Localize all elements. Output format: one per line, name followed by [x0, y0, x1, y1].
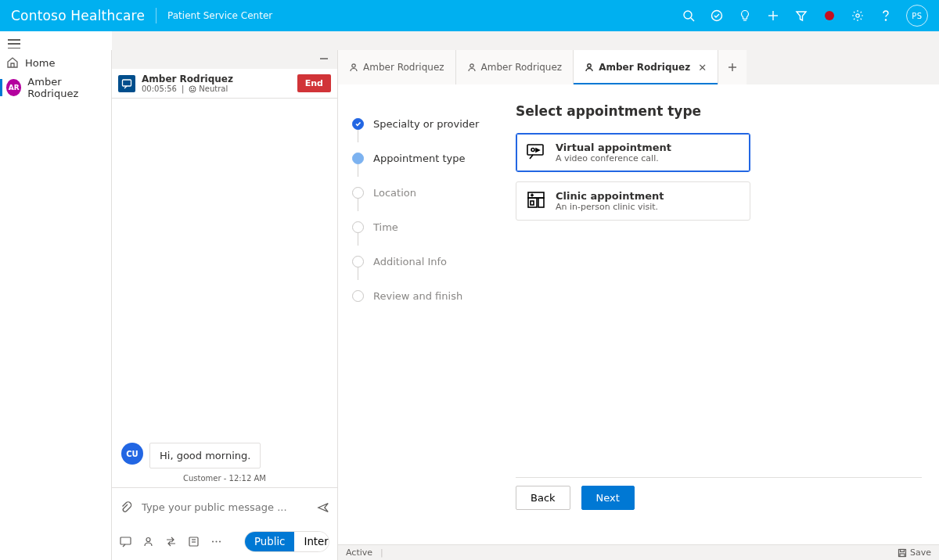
session-timer: 00:05:56	[142, 84, 177, 93]
sidebar-item-patient[interactable]: AR Amber Rodriquez	[0, 75, 111, 100]
svg-point-28	[531, 149, 534, 152]
svg-point-0	[684, 11, 692, 19]
step-time[interactable]: Time	[352, 210, 498, 244]
tab-label: Amber Rodriquez	[599, 62, 690, 73]
svg-point-22	[352, 64, 355, 67]
appointment-option-virtual[interactable]: Virtual appointment A video conference c…	[516, 133, 750, 172]
notes-icon[interactable]	[188, 536, 200, 548]
close-tab-icon[interactable]: ✕	[698, 62, 707, 74]
svg-point-12	[191, 88, 192, 88]
toggle-public-button[interactable]: Public	[245, 532, 294, 551]
toggle-internal-button[interactable]: Internal	[294, 532, 329, 551]
svg-point-20	[216, 541, 218, 543]
sentiment-badge: Neutral	[189, 84, 228, 93]
wizard-steps: Specialty or provider Appointment type L…	[338, 84, 498, 544]
appointment-wizard: Specialty or provider Appointment type L…	[338, 84, 939, 544]
customer-avatar-icon: CU	[121, 443, 143, 465]
workspace: Amber Rodriquez Amber Rodriquez Amber Ro…	[338, 31, 939, 544]
svg-rect-31	[538, 198, 544, 207]
left-sidebar: Home AR Amber Rodriquez	[0, 50, 112, 560]
step-review[interactable]: Review and finish	[352, 278, 498, 313]
step-label: Review and finish	[373, 290, 462, 302]
search-icon[interactable]	[681, 8, 696, 23]
task-check-icon[interactable]	[709, 8, 725, 23]
attachment-icon[interactable]	[120, 501, 132, 514]
tab-patient-3[interactable]: Amber Rodriquez ✕	[574, 50, 718, 84]
appointment-option-clinic[interactable]: Clinic appointment An in-person clinic v…	[516, 181, 750, 221]
save-button[interactable]: Save	[898, 547, 931, 558]
svg-point-15	[146, 538, 150, 542]
step-specialty[interactable]: Specialty or provider	[352, 106, 498, 141]
appointment-option-title: Clinic appointment	[556, 190, 664, 202]
svg-rect-27	[527, 145, 543, 155]
tab-label: Amber Rodriquez	[481, 62, 563, 73]
svg-rect-36	[900, 549, 904, 551]
chat-channel-icon	[118, 75, 135, 92]
add-icon[interactable]	[765, 8, 781, 23]
global-nav: Contoso Healthcare Patient Service Cente…	[0, 0, 939, 31]
step-appointment-type[interactable]: Appointment type	[352, 141, 498, 175]
appointment-option-desc: A video conference call.	[556, 153, 671, 163]
status-bar: Active | Save	[338, 544, 939, 560]
step-label: Time	[373, 221, 398, 233]
step-additional-info[interactable]: Additional Info	[352, 244, 498, 278]
sidebar-item-label: Home	[25, 57, 55, 69]
settings-gear-icon[interactable]	[850, 8, 865, 23]
record-indicator-icon[interactable]	[825, 11, 834, 20]
virtual-appointment-icon	[526, 142, 546, 162]
chat-message-meta: Customer - 12:12 AM	[112, 474, 337, 483]
back-button[interactable]: Back	[516, 486, 570, 510]
svg-point-13	[193, 88, 194, 88]
help-icon[interactable]	[878, 8, 894, 23]
svg-point-7	[885, 20, 886, 20]
filter-icon[interactable]	[793, 8, 809, 23]
step-location[interactable]: Location	[352, 175, 498, 210]
svg-rect-34	[531, 201, 534, 205]
sidebar-toggle-icon[interactable]	[8, 39, 20, 48]
chat-toolbar: Public Internal	[112, 526, 337, 560]
svg-point-2	[712, 11, 722, 21]
user-avatar[interactable]: PS	[906, 5, 928, 27]
clinic-appointment-icon	[526, 190, 546, 210]
send-icon[interactable]	[317, 501, 329, 514]
tab-bar: Amber Rodriquez Amber Rodriquez Amber Ro…	[338, 50, 939, 84]
quick-reply-icon[interactable]	[120, 536, 131, 548]
svg-rect-9	[123, 80, 131, 86]
record-status: Active	[346, 547, 372, 558]
tab-patient-2[interactable]: Amber Rodriquez	[456, 50, 574, 84]
chat-transcript: CU Hi, good morning. Customer - 12:12 AM	[112, 99, 337, 487]
next-button[interactable]: Next	[581, 486, 635, 510]
svg-point-21	[219, 541, 221, 543]
message-input[interactable]	[140, 501, 309, 514]
tab-patient-1[interactable]: Amber Rodriquez	[338, 50, 456, 84]
sidebar-item-label: Amber Rodriquez	[27, 76, 105, 99]
panel-minimize-icon[interactable]	[318, 52, 329, 67]
svg-point-10	[189, 86, 196, 92]
end-session-button[interactable]: End	[297, 74, 331, 92]
tab-label: Amber Rodriquez	[363, 62, 444, 73]
appointment-option-desc: An in-person clinic visit.	[556, 202, 664, 212]
lightbulb-icon[interactable]	[737, 8, 753, 23]
svg-point-24	[588, 64, 591, 67]
more-icon[interactable]	[210, 536, 222, 548]
appointment-option-title: Virtual appointment	[556, 142, 671, 153]
transfer-icon[interactable]	[165, 536, 177, 548]
svg-rect-37	[900, 554, 905, 557]
svg-rect-30	[528, 198, 537, 207]
visibility-toggle[interactable]: Public Internal	[244, 531, 329, 552]
wizard-title: Select appointment type	[516, 103, 922, 119]
session-title: Amber Rodriquez	[142, 74, 291, 84]
home-icon	[6, 56, 19, 69]
add-tab-button[interactable]	[718, 50, 747, 84]
consult-agent-icon[interactable]	[142, 536, 154, 548]
step-label: Specialty or provider	[373, 118, 479, 130]
svg-point-23	[470, 64, 473, 67]
brand-name: Contoso Healthcare	[11, 8, 145, 23]
session-header: Amber Rodriquez 00:05:56 | Neutral End	[112, 69, 337, 99]
svg-point-6	[856, 14, 859, 17]
svg-line-1	[691, 18, 694, 21]
sidebar-item-home[interactable]: Home	[0, 50, 111, 75]
svg-rect-14	[121, 537, 131, 544]
brand-divider	[156, 8, 156, 23]
chat-message-text: Hi, good morning.	[149, 443, 261, 468]
